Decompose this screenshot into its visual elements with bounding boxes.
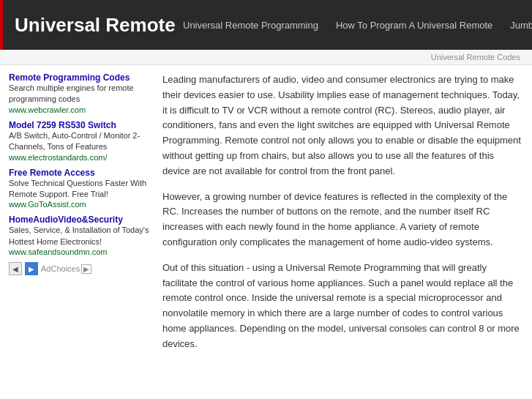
ad-3: Free Remote Access Solve Technical Quest…: [9, 168, 155, 209]
prev-arrow[interactable]: ◀: [9, 262, 22, 275]
ad-4: HomeAudioVideo&Security Sales, Service, …: [9, 215, 155, 256]
ad-2-desc: A/B Switch, Auto-Control / Monitor 2-Cha…: [9, 131, 140, 151]
nav-link-3[interactable]: Jumbo: [510, 20, 532, 31]
ad-4-title[interactable]: HomeAudioVideo&Security: [9, 215, 155, 225]
main-content: Leading manufacturers of audio, video an…: [162, 72, 523, 362]
site-title: Universal Remote: [15, 14, 183, 37]
paragraph-2: However, a growing number of device feat…: [162, 190, 523, 250]
nav-link-1[interactable]: Universal Remote Programming: [183, 20, 318, 31]
ad-3-desc: Solve Technical Questions Faster With Re…: [9, 179, 146, 198]
breadcrumb: Universal Remote Codes: [0, 50, 532, 65]
ad-4-desc: Sales, Service, & Installation of Today'…: [9, 225, 149, 245]
ad-2-title[interactable]: Model 7259 RS530 Switch: [9, 120, 155, 130]
ad-1-title[interactable]: Remote Programming Codes: [9, 72, 155, 83]
ad-2: Model 7259 RS530 Switch A/B Switch, Auto…: [9, 120, 155, 162]
adchoices-text: AdChoices ▶: [41, 264, 91, 274]
ad-1-url: www.webcrawler.com: [9, 105, 155, 114]
content-area: Remote Programming Codes Search multiple…: [0, 65, 532, 370]
ad-2-url: www.electrostandards.com/: [9, 153, 155, 162]
sidebar: Remote Programming Codes Search multiple…: [9, 72, 155, 362]
main-nav: Universal Remote Programming How To Prog…: [183, 20, 532, 31]
ad-choices-bar: ◀ ▶ AdChoices ▶: [9, 262, 155, 275]
site-header: Universal Remote Universal Remote Progra…: [0, 0, 532, 50]
ad-1: Remote Programming Codes Search multiple…: [9, 72, 155, 114]
ad-3-url: www.GoToAssist.com: [9, 200, 155, 209]
ad-4-url: www.safeandsoundmn.com: [9, 247, 155, 256]
adchoices-label: AdChoices: [41, 264, 80, 273]
next-arrow[interactable]: ▶: [25, 262, 38, 275]
ad-3-title[interactable]: Free Remote Access: [9, 168, 155, 178]
paragraph-1: Leading manufacturers of audio, video an…: [162, 72, 523, 179]
nav-link-2[interactable]: How To Program A Universal Remote: [336, 20, 492, 31]
paragraph-3: Out of this situation - using a Universa…: [162, 261, 523, 352]
ad-1-desc: Search multiple engines for remote progr…: [9, 83, 134, 103]
adchoices-icon: ▶: [81, 264, 91, 274]
